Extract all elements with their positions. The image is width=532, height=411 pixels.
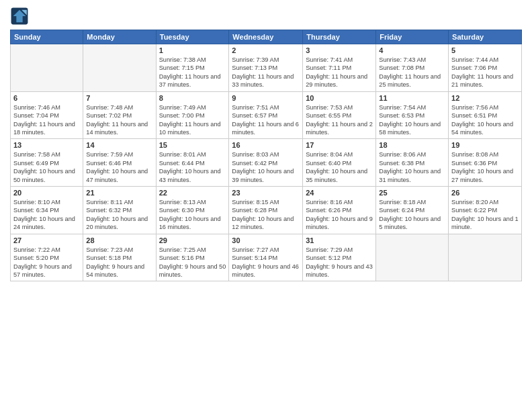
calendar-cell: 10Sunrise: 7:53 AM Sunset: 6:55 PM Dayli… [303,91,376,139]
day-number: 15 [159,141,226,149]
day-number: 30 [232,236,300,244]
calendar-cell: 19Sunrise: 8:08 AM Sunset: 6:36 PM Dayli… [449,139,522,187]
calendar-week-2: 6Sunrise: 7:46 AM Sunset: 7:04 PM Daylig… [11,91,522,139]
logo [10,7,30,26]
day-detail: Sunrise: 7:46 AM Sunset: 7:04 PM Dayligh… [13,103,80,137]
calendar-cell: 27Sunrise: 7:22 AM Sunset: 5:20 PM Dayli… [11,234,83,281]
calendar-week-1: 1Sunrise: 7:38 AM Sunset: 7:15 PM Daylig… [11,44,522,92]
day-detail: Sunrise: 7:44 AM Sunset: 7:06 PM Dayligh… [451,56,519,89]
calendar-cell: 15Sunrise: 8:01 AM Sunset: 6:44 PM Dayli… [156,139,229,187]
page: SundayMondayTuesdayWednesdayThursdayFrid… [0,0,532,411]
day-detail: Sunrise: 8:16 AM Sunset: 6:26 PM Dayligh… [306,198,373,232]
day-number: 21 [86,189,152,197]
calendar-cell: 22Sunrise: 8:13 AM Sunset: 6:30 PM Dayli… [156,187,229,234]
calendar-cell: 17Sunrise: 8:04 AM Sunset: 6:40 PM Dayli… [303,139,376,187]
calendar-dow-thursday: Thursday [303,30,376,44]
calendar-cell: 9Sunrise: 7:51 AM Sunset: 6:57 PM Daylig… [229,91,303,139]
day-number: 8 [159,94,226,102]
day-detail: Sunrise: 8:13 AM Sunset: 6:30 PM Dayligh… [159,198,226,232]
calendar-dow-saturday: Saturday [449,30,522,44]
day-detail: Sunrise: 8:15 AM Sunset: 6:28 PM Dayligh… [232,198,300,232]
day-detail: Sunrise: 8:10 AM Sunset: 6:34 PM Dayligh… [13,198,80,232]
day-number: 18 [379,141,445,149]
calendar-cell: 7Sunrise: 7:48 AM Sunset: 7:02 PM Daylig… [83,91,156,139]
day-detail: Sunrise: 7:54 AM Sunset: 6:53 PM Dayligh… [379,103,445,137]
day-number: 20 [13,189,80,197]
calendar-dow-monday: Monday [83,30,156,44]
day-detail: Sunrise: 7:58 AM Sunset: 6:49 PM Dayligh… [13,150,80,184]
calendar-cell [83,44,156,92]
day-detail: Sunrise: 7:38 AM Sunset: 7:15 PM Dayligh… [159,56,226,89]
day-number: 27 [13,236,80,244]
day-number: 12 [451,94,519,102]
calendar-cell: 30Sunrise: 7:27 AM Sunset: 5:14 PM Dayli… [229,234,303,281]
calendar-cell: 2Sunrise: 7:39 AM Sunset: 7:13 PM Daylig… [229,44,303,92]
calendar-cell: 1Sunrise: 7:38 AM Sunset: 7:15 PM Daylig… [156,44,229,92]
day-detail: Sunrise: 7:41 AM Sunset: 7:11 PM Dayligh… [306,56,373,89]
day-detail: Sunrise: 7:56 AM Sunset: 6:51 PM Dayligh… [451,103,519,137]
calendar-header-row: SundayMondayTuesdayWednesdayThursdayFrid… [11,30,522,44]
day-number: 5 [451,46,519,54]
calendar-cell [376,234,449,281]
calendar-week-4: 20Sunrise: 8:10 AM Sunset: 6:34 PM Dayli… [11,187,522,234]
logo-icon [10,7,29,26]
day-number: 9 [232,94,300,102]
calendar-cell [449,234,522,281]
calendar-cell: 26Sunrise: 8:20 AM Sunset: 6:22 PM Dayli… [449,187,522,234]
day-detail: Sunrise: 7:22 AM Sunset: 5:20 PM Dayligh… [13,246,80,279]
day-detail: Sunrise: 8:04 AM Sunset: 6:40 PM Dayligh… [306,150,373,184]
calendar-cell: 20Sunrise: 8:10 AM Sunset: 6:34 PM Dayli… [11,187,83,234]
day-number: 11 [379,94,445,102]
calendar-week-5: 27Sunrise: 7:22 AM Sunset: 5:20 PM Dayli… [11,234,522,281]
calendar-dow-sunday: Sunday [11,30,83,44]
calendar-cell: 24Sunrise: 8:16 AM Sunset: 6:26 PM Dayli… [303,187,376,234]
calendar-cell: 8Sunrise: 7:49 AM Sunset: 7:00 PM Daylig… [156,91,229,139]
day-detail: Sunrise: 8:06 AM Sunset: 6:38 PM Dayligh… [379,150,445,184]
day-detail: Sunrise: 7:23 AM Sunset: 5:18 PM Dayligh… [86,246,152,279]
day-detail: Sunrise: 8:20 AM Sunset: 6:22 PM Dayligh… [451,198,519,232]
calendar-cell: 16Sunrise: 8:03 AM Sunset: 6:42 PM Dayli… [229,139,303,187]
calendar-dow-wednesday: Wednesday [229,30,303,44]
calendar-cell: 23Sunrise: 8:15 AM Sunset: 6:28 PM Dayli… [229,187,303,234]
day-number: 28 [86,236,152,244]
day-detail: Sunrise: 8:18 AM Sunset: 6:24 PM Dayligh… [379,198,445,232]
day-number: 19 [451,141,519,149]
day-number: 14 [86,141,152,149]
calendar-cell: 11Sunrise: 7:54 AM Sunset: 6:53 PM Dayli… [376,91,449,139]
calendar-cell: 29Sunrise: 7:25 AM Sunset: 5:16 PM Dayli… [156,234,229,281]
day-number: 29 [159,236,226,244]
day-number: 25 [379,189,445,197]
day-detail: Sunrise: 7:53 AM Sunset: 6:55 PM Dayligh… [306,103,373,137]
day-detail: Sunrise: 7:48 AM Sunset: 7:02 PM Dayligh… [86,103,152,137]
calendar-dow-tuesday: Tuesday [156,30,229,44]
calendar-cell: 21Sunrise: 8:11 AM Sunset: 6:32 PM Dayli… [83,187,156,234]
calendar-cell [11,44,83,92]
day-number: 31 [306,236,373,244]
day-number: 10 [306,94,373,102]
day-number: 16 [232,141,300,149]
day-number: 22 [159,189,226,197]
day-number: 24 [306,189,373,197]
day-number: 3 [306,46,373,54]
calendar-cell: 13Sunrise: 7:58 AM Sunset: 6:49 PM Dayli… [11,139,83,187]
calendar-cell: 3Sunrise: 7:41 AM Sunset: 7:11 PM Daylig… [303,44,376,92]
day-detail: Sunrise: 7:51 AM Sunset: 6:57 PM Dayligh… [232,103,300,137]
day-detail: Sunrise: 8:11 AM Sunset: 6:32 PM Dayligh… [86,198,152,232]
day-detail: Sunrise: 7:43 AM Sunset: 7:08 PM Dayligh… [379,56,445,89]
day-detail: Sunrise: 7:49 AM Sunset: 7:00 PM Dayligh… [159,103,226,137]
day-number: 6 [13,94,80,102]
calendar-cell: 5Sunrise: 7:44 AM Sunset: 7:06 PM Daylig… [449,44,522,92]
header [10,7,522,26]
day-number: 4 [379,46,445,54]
calendar-cell: 4Sunrise: 7:43 AM Sunset: 7:08 PM Daylig… [376,44,449,92]
calendar-cell: 6Sunrise: 7:46 AM Sunset: 7:04 PM Daylig… [11,91,83,139]
calendar-cell: 25Sunrise: 8:18 AM Sunset: 6:24 PM Dayli… [376,187,449,234]
day-detail: Sunrise: 7:29 AM Sunset: 5:12 PM Dayligh… [306,246,373,279]
day-detail: Sunrise: 8:03 AM Sunset: 6:42 PM Dayligh… [232,150,300,184]
calendar-cell: 18Sunrise: 8:06 AM Sunset: 6:38 PM Dayli… [376,139,449,187]
day-detail: Sunrise: 7:27 AM Sunset: 5:14 PM Dayligh… [232,246,300,279]
day-detail: Sunrise: 8:01 AM Sunset: 6:44 PM Dayligh… [159,150,226,184]
calendar-cell: 14Sunrise: 7:59 AM Sunset: 6:46 PM Dayli… [83,139,156,187]
day-number: 1 [159,46,226,54]
calendar-cell: 12Sunrise: 7:56 AM Sunset: 6:51 PM Dayli… [449,91,522,139]
